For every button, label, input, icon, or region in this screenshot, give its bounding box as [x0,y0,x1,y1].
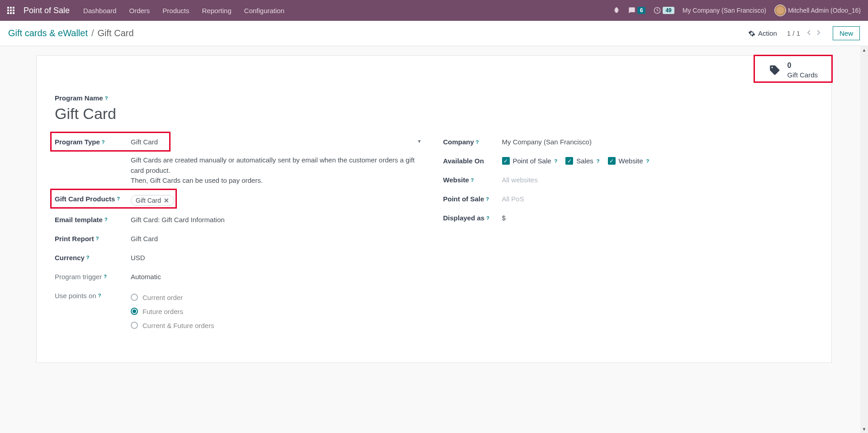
radio-icon [131,322,138,329]
apps-grid-icon[interactable] [7,7,14,14]
content-wrapper: 0 Gift Cards Program Name ? Gift Card [0,46,868,433]
user-menu[interactable]: Mitchell Admin (Odoo_16) [774,5,861,16]
control-bar: Gift cards & eWallet / Gift Card Action … [0,21,868,46]
messages-badge: 6 [637,7,646,14]
form-sheet: 0 Gift Cards Program Name ? Gift Card [36,55,832,363]
radio-icon [131,308,138,315]
program-type-label: Program Type ? [55,138,104,146]
pager-prev[interactable] [805,28,813,39]
checkbox-point-of-sale[interactable]: ✓ Point of Sale ? [502,157,558,165]
nav-configuration[interactable]: Configuration [244,7,285,14]
help-icon[interactable]: ? [471,177,474,183]
help-icon[interactable]: ? [597,158,600,164]
point-of-sale-value[interactable]: All PoS [502,193,814,203]
website-value[interactable]: All websites [502,174,814,184]
radio-icon [131,294,138,301]
print-report-label: Print Report ? [55,235,99,243]
pager: 1 / 1 [787,28,823,39]
help-icon[interactable]: ? [102,139,105,145]
breadcrumb-parent[interactable]: Gift cards & eWallet [8,28,88,38]
program-type-description: Gift Cards are created manually or autom… [131,155,425,186]
currency-label: Currency ? [55,254,90,262]
tag-remove-icon[interactable]: ✕ [164,197,169,204]
action-dropdown[interactable]: Action [748,29,777,37]
checkbox-sales[interactable]: ✓ Sales ? [565,157,599,165]
radio-current-and-future[interactable]: Current & Future orders [131,322,425,329]
radio-current-order[interactable]: Current order [131,294,425,301]
point-of-sale-label: Point of Sale ? [443,195,489,203]
company-selector[interactable]: My Company (San Francisco) [683,7,766,14]
website-label: Website ? [443,176,474,184]
gift-card-products-field[interactable]: Gift Card ✕ [131,193,425,206]
program-name-label: Program Name ? [55,94,108,102]
checkbox-icon: ✓ [608,157,616,165]
available-on-label: Available On [443,157,484,165]
gift-card-products-label: Gift Card Products ? [55,195,120,203]
gift-cards-stat-button[interactable]: 0 Gift Cards [759,56,831,85]
help-icon[interactable]: ? [105,95,108,101]
displayed-as-value[interactable]: $ [502,212,814,222]
help-icon[interactable]: ? [86,255,90,260]
help-icon[interactable]: ? [96,236,99,241]
breadcrumb-current: Gift Card [98,28,134,38]
email-template-value[interactable]: Gift Card: Gift Card Information [131,214,425,224]
print-report-value[interactable]: Gift Card [131,233,425,243]
scroll-down-icon: ▼ [862,427,867,432]
chevron-right-icon [816,29,821,36]
help-icon[interactable]: ? [104,217,108,222]
gear-icon [748,30,755,37]
help-icon[interactable]: ? [486,196,489,202]
tag-icon [769,64,781,76]
company-value[interactable]: My Company (San Francisco) [502,136,814,146]
checkbox-website[interactable]: ✓ Website ? [608,157,650,165]
program-type-select[interactable]: Gift Card ▾ [131,136,425,146]
pager-text: 1 / 1 [787,29,800,37]
program-trigger-value[interactable]: Automatic [131,271,425,281]
company-label: Company ? [443,138,479,146]
currency-value[interactable]: USD [131,252,425,262]
activities-badge: 49 [663,7,674,14]
new-button[interactable]: New [833,26,860,40]
user-avatar-icon [774,5,786,16]
caret-down-icon: ▾ [418,138,421,144]
debug-icon[interactable] [613,7,620,14]
main-navbar: Point of Sale Dashboard Orders Products … [0,0,868,21]
checkbox-icon: ✓ [502,157,510,165]
checkbox-icon: ✓ [565,157,573,165]
app-title[interactable]: Point of Sale [24,6,70,15]
form-left-column: Program Type ? Gift Card ▾ [55,136,425,336]
chevron-left-icon [806,29,811,36]
nav-products[interactable]: Products [162,7,189,14]
stat-label: Gift Cards [787,71,818,80]
program-name-value[interactable]: Gift Card [55,105,813,123]
gift-card-tag: Gift Card ✕ [131,195,174,206]
email-template-label: Email template ? [55,216,108,224]
vertical-scrollbar[interactable]: ▲ ▼ [860,46,868,433]
help-icon[interactable]: ? [104,274,107,279]
help-icon[interactable]: ? [117,196,120,201]
activities-button[interactable]: 49 [654,7,674,14]
breadcrumb-separator: / [91,28,94,38]
displayed-as-label: Displayed as ? [443,214,489,222]
pager-next[interactable] [815,28,823,39]
nav-dashboard[interactable]: Dashboard [83,7,116,14]
help-icon[interactable]: ? [555,158,558,164]
program-trigger-label: Program trigger ? [55,273,107,281]
form-right-column: Company ? My Company (San Francisco) Ava… [443,136,814,336]
stat-count: 0 [787,61,818,71]
help-icon[interactable]: ? [476,139,479,145]
breadcrumb: Gift cards & eWallet / Gift Card [8,28,134,38]
nav-orders[interactable]: Orders [129,7,150,14]
nav-reporting[interactable]: Reporting [202,7,232,14]
scroll-up-icon: ▲ [862,48,867,52]
use-points-on-label: Use points on ? [55,292,101,300]
help-icon[interactable]: ? [98,293,101,298]
help-icon[interactable]: ? [486,215,489,221]
messages-button[interactable]: 6 [628,7,646,14]
radio-future-orders[interactable]: Future orders [131,308,425,315]
help-icon[interactable]: ? [646,158,649,164]
